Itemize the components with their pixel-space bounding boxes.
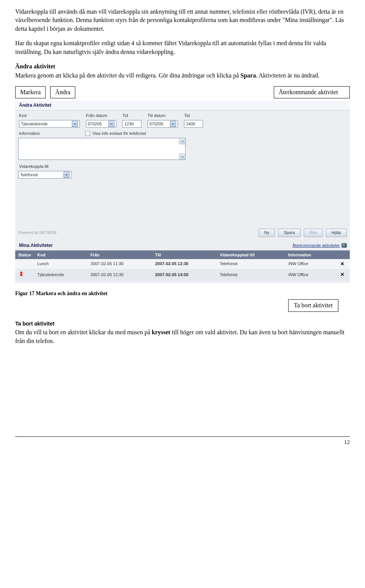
chevron-down-icon[interactable]: [72, 121, 78, 127]
select-till-date[interactable]: 070205: [148, 120, 178, 128]
select-kod-value: Tjänsteärende: [21, 121, 48, 127]
edit-body-spara: Spara: [240, 72, 256, 79]
intro-paragraph-2: Har du skapat egna kontaktprofiler enlig…: [15, 39, 350, 56]
chevron-down-icon[interactable]: [108, 121, 114, 127]
aterkommande-link-label: Återkommande aktiviteter: [292, 243, 340, 248]
th-info: Information: [288, 252, 338, 258]
from-date-value: 070205: [88, 121, 102, 127]
page-footer: 12: [15, 436, 350, 446]
row1-from: 2007-02-05 12:30: [90, 272, 155, 278]
edit-body: Markera genom att klicka på den aktivite…: [15, 71, 350, 80]
close-icon[interactable]: ✕: [340, 272, 344, 277]
spara-button[interactable]: Spara: [278, 229, 300, 237]
app-title: Ändra Aktivitet: [15, 101, 350, 111]
row1-info: /NW Office: [288, 272, 338, 278]
row0-till: 2007-02-05 12:30: [155, 261, 220, 267]
edit-heading: Ändra aktivitet: [15, 62, 350, 71]
input-till-time[interactable]: 1400: [184, 120, 203, 128]
textarea-information[interactable]: [18, 138, 186, 160]
row0-from: 2007-02-05 11:30: [90, 261, 155, 267]
vk-value: Telefonist: [20, 172, 38, 178]
table-row[interactable]: Lunch 2007-02-05 11:30 2007-02-05 12:30 …: [15, 259, 350, 269]
table-header: Status Kod Från Till Vidarekopplad till …: [15, 251, 350, 259]
th-from: Från: [90, 252, 155, 258]
hjalp-button[interactable]: Hjälp: [326, 229, 347, 237]
edit-form: Kod Från datum Tid Till datum Tid Tjänst…: [15, 111, 350, 225]
edit-body-pre: Markera genom att klicka på den aktivite…: [15, 72, 240, 79]
from-time-value: 1230: [124, 121, 133, 127]
row1-till: 2007-02-05 14:00: [155, 272, 220, 278]
till-time-value: 1400: [186, 121, 195, 127]
label-checkbox: Visa info endast för telefonist: [92, 131, 146, 136]
callout-andra: Ändra: [50, 86, 75, 98]
remove-heading: Ta bort aktivitet: [15, 320, 350, 328]
svg-point-0: [20, 272, 22, 274]
till-date-value: 070205: [149, 121, 163, 127]
mina-aktiviteter-title: Mina Aktiviteter: [19, 242, 53, 249]
select-from-date[interactable]: 070205: [86, 120, 116, 128]
page-number: 12: [344, 439, 350, 445]
edit-body-post: . Aktiviteten är nu ändrad.: [256, 72, 319, 79]
aterkommande-link[interactable]: Återkommande aktiviteter: [292, 243, 347, 248]
remove-body: Om du vill ta bort en aktivitet klickar …: [15, 328, 350, 345]
input-from-time[interactable]: 1230: [122, 120, 141, 128]
app-screenshot: Ändra Aktivitet Kod Från datum Tid Till …: [15, 101, 350, 283]
th-vk: Vidarekopplad till: [220, 252, 288, 258]
callout-markera: Markera: [15, 86, 46, 98]
recurring-icon: [341, 243, 347, 248]
row0-kod: Lunch: [37, 261, 90, 267]
select-vidarekoppla[interactable]: Telefonist: [18, 171, 71, 179]
label-from-time: Tid: [122, 113, 141, 119]
callout-tabort: Ta bort aktivitet: [288, 299, 338, 311]
checkbox-show-telefonist[interactable]: [85, 131, 90, 136]
chevron-down-icon[interactable]: [63, 172, 70, 178]
section-mina-aktiviteter: Mina Aktiviteter Återkommande aktivitete…: [15, 239, 350, 251]
th-status: Status: [18, 252, 37, 258]
remove-body-krysset: krysset: [152, 329, 170, 335]
close-icon[interactable]: ✕: [340, 261, 344, 267]
label-till-date: Till datum: [148, 113, 178, 119]
remove-body-pre: Om du vill ta bort en aktivitet klickar …: [15, 329, 152, 335]
label-from-date: Från datum: [86, 113, 116, 119]
scroll-up-icon[interactable]: [179, 138, 185, 144]
row0-vk: Telefonist: [220, 261, 288, 267]
callout-row-bottom: Ta bort aktivitet: [15, 299, 350, 311]
powered-by: Powered by NETWISE: [18, 230, 57, 236]
row1-vk: Telefonist: [220, 272, 288, 278]
table-row[interactable]: Tjänsteärende 2007-02-05 12:30 2007-02-0…: [15, 269, 350, 280]
select-kod[interactable]: Tjänsteärende: [19, 120, 80, 128]
ny-button[interactable]: Ny: [259, 229, 275, 237]
label-till-time: Tid: [184, 113, 203, 119]
scroll-down-icon[interactable]: [179, 153, 185, 160]
th-kod: Kod: [37, 252, 90, 258]
callout-aterkommande: Återkommande aktivitet: [274, 86, 350, 98]
chevron-down-icon[interactable]: [170, 121, 176, 127]
row0-info: /NW Office: [288, 261, 338, 267]
ater-button[interactable]: Åter: [304, 229, 323, 237]
callout-row-top: Markera Ändra Återkommande aktivitet: [15, 86, 350, 98]
label-kod: Kod: [19, 113, 80, 119]
row1-kod: Tjänsteärende: [37, 272, 90, 278]
svg-rect-1: [20, 274, 22, 276]
label-vidarekoppla: Vidarekoppla till: [18, 163, 347, 170]
intro-paragraph-1: Vidarekoppla till används då man vill vi…: [15, 8, 350, 33]
th-till: Till: [155, 252, 220, 258]
figure-caption: Figur 17 Markera och ändra en aktivitet: [15, 290, 350, 297]
status-active-icon: [18, 271, 24, 277]
